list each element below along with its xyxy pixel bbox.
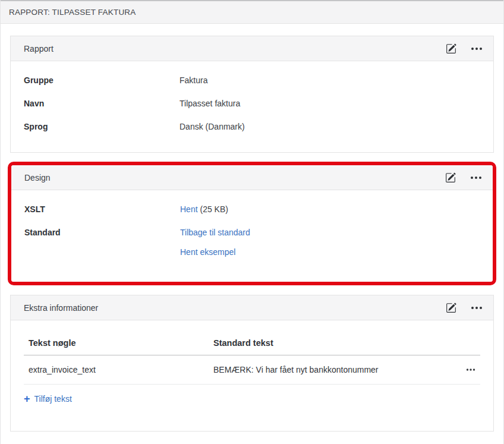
edit-icon xyxy=(446,43,456,54)
card-rapport-title: Rapport xyxy=(24,44,53,53)
ellipsis-icon xyxy=(470,174,482,181)
edit-button[interactable] xyxy=(445,301,458,314)
download-xslt-link[interactable]: Hent xyxy=(180,204,198,214)
field-row-standard: Standard Tilbage til standard Hent eksem… xyxy=(24,226,480,258)
column-header-key: Tekst nøgle xyxy=(24,332,209,355)
plus-icon: + xyxy=(24,393,30,404)
page-header: RAPPORT: TILPASSET FAKTURA xyxy=(1,0,503,24)
field-label: Navn xyxy=(24,97,179,109)
field-label: XSLT xyxy=(24,203,180,215)
card-rapport-actions xyxy=(445,42,484,55)
field-row-navn: Navn Tilpasset faktura xyxy=(24,97,480,109)
field-value: Tilbage til standard Hent eksempel xyxy=(180,226,250,258)
page-title: RAPPORT: TILPASSET FAKTURA xyxy=(9,8,136,17)
edit-icon xyxy=(446,303,456,313)
card-rapport-body: Gruppe Faktura Navn Tilpasset faktura Sp… xyxy=(11,61,493,150)
card-rapport-header: Rapport xyxy=(11,36,493,61)
more-button[interactable] xyxy=(469,173,483,182)
field-label: Gruppe xyxy=(24,74,179,86)
table-header-row: Tekst nøgle Standard tekst xyxy=(24,332,480,355)
design-highlight-outline: Design xyxy=(8,162,496,285)
field-label: Sprog xyxy=(24,121,179,133)
field-row-xslt: XSLT Hent (25 KB) xyxy=(24,203,480,215)
column-header-text: Standard tekst xyxy=(209,332,460,355)
card-design-title: Design xyxy=(24,173,51,182)
ellipsis-icon xyxy=(471,304,483,311)
card-design-header: Design xyxy=(11,165,493,190)
field-value: Faktura xyxy=(179,74,207,86)
add-text-link[interactable]: + Tilføj tekst xyxy=(24,392,72,405)
more-button[interactable] xyxy=(470,303,484,313)
cell-standard-text: BEMÆRK: Vi har fået nyt bankkontonummer xyxy=(209,355,460,385)
field-value: Dansk (Danmark) xyxy=(179,121,245,133)
row-more-button[interactable] xyxy=(466,366,475,374)
main-content: Rapport Gruppe xyxy=(1,36,503,432)
edit-icon xyxy=(445,172,456,183)
card-ekstra-actions xyxy=(445,301,484,314)
table-row: extra_invoice_text BEMÆRK: Vi har fået n… xyxy=(24,355,480,385)
field-row-gruppe: Gruppe Faktura xyxy=(24,74,480,86)
column-header-actions xyxy=(460,332,480,355)
field-row-sprog: Sprog Dansk (Danmark) xyxy=(24,121,480,133)
cell-text-key: extra_invoice_text xyxy=(24,355,209,385)
card-design: Design xyxy=(11,165,493,282)
card-ekstra-body: Tekst nøgle Standard tekst extra_invoice… xyxy=(11,320,493,420)
card-ekstra-informationer: Ekstra informationer xyxy=(10,295,494,432)
field-value: Hent (25 KB) xyxy=(180,203,228,215)
extra-texts-table: Tekst nøgle Standard tekst extra_invoice… xyxy=(24,332,480,385)
add-text-label: Tilføj tekst xyxy=(34,392,72,405)
card-rapport: Rapport Gruppe xyxy=(10,36,494,153)
edit-button[interactable] xyxy=(445,42,458,55)
field-value: Tilpasset faktura xyxy=(179,97,240,109)
card-ekstra-header: Ekstra informationer xyxy=(11,295,493,320)
card-ekstra-title: Ekstra informationer xyxy=(24,303,98,313)
field-label: Standard xyxy=(24,226,180,258)
card-design-body: XSLT Hent (25 KB) Standard Tilbage til s… xyxy=(11,190,493,282)
xslt-file-size: (25 KB) xyxy=(200,204,228,214)
download-example-link[interactable]: Hent eksempel xyxy=(180,246,250,258)
cell-row-actions xyxy=(460,355,480,385)
page: RAPPORT: TILPASSET FAKTURA Rapport xyxy=(0,0,504,444)
ellipsis-icon xyxy=(466,366,475,374)
card-design-actions xyxy=(444,171,483,184)
ellipsis-icon xyxy=(471,45,483,52)
back-to-standard-link[interactable]: Tilbage til standard xyxy=(180,226,250,238)
edit-button[interactable] xyxy=(444,171,457,184)
more-button[interactable] xyxy=(470,44,484,53)
